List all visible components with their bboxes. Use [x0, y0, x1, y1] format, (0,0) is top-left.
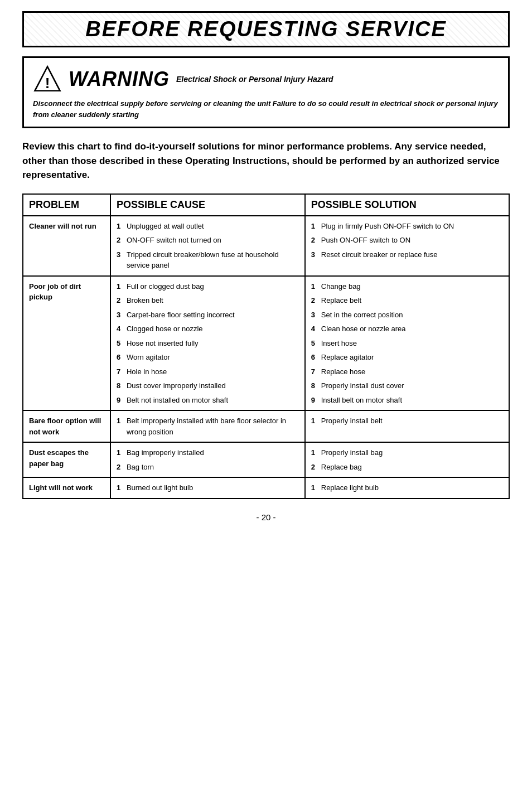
list-item: 4Clean hose or nozzle area — [311, 323, 503, 335]
list-text: Bag improperly installed — [127, 447, 299, 458]
list-text: Broken belt — [127, 295, 299, 306]
list-item: 8Dust cover improperly installed — [117, 380, 299, 391]
list-number: 2 — [117, 295, 127, 306]
list-number: 4 — [117, 323, 127, 335]
svg-text:!: ! — [45, 75, 50, 91]
list-text: Hose not inserted fully — [127, 338, 299, 349]
warning-body: Disconnect the electrical supply before … — [33, 98, 499, 120]
warning-box: ! WARNING Electrical Shock or Personal I… — [22, 56, 510, 128]
solution-cell: 1Plug in firmly Push ON-OFF switch to ON… — [305, 216, 509, 276]
list-number: 3 — [117, 249, 127, 260]
cause-cell: 1Bag improperly installed2Bag torn — [110, 442, 305, 477]
solution-cell: 1Properly install bag2Replace bag — [305, 442, 509, 477]
cause-cell: 1Unplugged at wall outlet2ON-OFF switch … — [110, 216, 305, 276]
list-text: Clean hose or nozzle area — [321, 323, 503, 335]
page-footer: - 20 - — [22, 512, 510, 522]
warning-icon: ! — [33, 65, 62, 94]
list-text: Unplugged at wall outlet — [127, 221, 299, 232]
list-text: Properly install dust cover — [321, 380, 503, 391]
list-text: Burned out light bulb — [127, 482, 299, 493]
list-item: 3Reset circuit breaker or replace fuse — [311, 249, 503, 260]
header-box: BEFORE REQUESTING SERVICE — [22, 11, 510, 47]
cause-cell: 1Burned out light bulb — [110, 477, 305, 499]
solution-cell: 1Replace light bulb — [305, 477, 509, 499]
list-number: 1 — [311, 447, 321, 458]
list-number: 9 — [117, 395, 127, 406]
list-item: 3Tripped circuit breaker/blown fuse at h… — [117, 249, 299, 271]
list-number: 8 — [117, 380, 127, 391]
list-item: 2Broken belt — [117, 295, 299, 306]
list-item: 2Replace belt — [311, 295, 503, 306]
list-item: 2Replace bag — [311, 462, 503, 473]
list-number: 1 — [311, 281, 321, 292]
list-number: 5 — [117, 338, 127, 349]
list-item: 1Burned out light bulb — [117, 482, 299, 493]
list-number: 2 — [311, 462, 321, 473]
list-text: Push ON-OFF switch to ON — [321, 235, 503, 246]
list-number: 1 — [117, 221, 127, 232]
list-text: Replace agitator — [321, 352, 503, 363]
problem-cell: Light will not work — [23, 477, 110, 499]
page-number: - 20 - — [256, 512, 275, 522]
list-item: 5Hose not inserted fully — [117, 338, 299, 349]
problem-cell: Bare floor option will not work — [23, 410, 110, 442]
list-text: Replace hose — [321, 366, 503, 378]
warning-subtitle: Electrical Shock or Personal Injury Haza… — [176, 75, 333, 84]
list-text: Set in the correct position — [321, 309, 503, 321]
list-number: 4 — [311, 323, 321, 335]
list-item: 7Replace hose — [311, 366, 503, 378]
list-item: 8Properly install dust cover — [311, 380, 503, 391]
list-text: Carpet-bare floor setting incorrect — [127, 309, 299, 321]
col-header-solution: POSSIBLE SOLUTION — [305, 194, 509, 216]
list-item: 2ON-OFF switch not turned on — [117, 235, 299, 246]
list-text: Hole in hose — [127, 366, 299, 378]
list-text: Change bag — [321, 281, 503, 292]
list-number: 2 — [117, 235, 127, 246]
col-header-problem: PROBLEM — [23, 194, 110, 216]
list-number: 1 — [311, 415, 321, 427]
list-text: Full or clogged dust bag — [127, 281, 299, 292]
list-number: 2 — [311, 235, 321, 246]
list-number: 1 — [311, 482, 321, 493]
list-text: Belt not installed on motor shaft — [127, 395, 299, 406]
list-number: 3 — [117, 309, 127, 321]
solution-cell: 1Change bag2Replace belt3Set in the corr… — [305, 276, 509, 411]
list-text: Install belt on motor shaft — [321, 395, 503, 406]
list-item: 3Carpet-bare floor setting incorrect — [117, 309, 299, 321]
col-header-cause: POSSIBLE CAUSE — [110, 194, 305, 216]
list-text: ON-OFF switch not turned on — [127, 235, 299, 246]
list-item: 1Plug in firmly Push ON-OFF switch to ON — [311, 221, 503, 232]
list-item: 9Install belt on motor shaft — [311, 395, 503, 406]
list-item: 9Belt not installed on motor shaft — [117, 395, 299, 406]
table-header-row: PROBLEM POSSIBLE CAUSE POSSIBLE SOLUTION — [23, 194, 509, 216]
list-number: 9 — [311, 395, 321, 406]
list-item: 1Full or clogged dust bag — [117, 281, 299, 292]
list-number: 1 — [117, 447, 127, 458]
list-number: 8 — [311, 380, 321, 391]
list-number: 1 — [117, 415, 127, 427]
list-text: Belt improperly installed with bare floo… — [127, 415, 299, 437]
table-row: Bare floor option will not work1Belt imp… — [23, 410, 509, 442]
list-item: 1Properly install bag — [311, 447, 503, 458]
warning-title: WARNING — [69, 67, 170, 91]
intro-text: Review this chart to find do-it-yourself… — [22, 139, 510, 182]
list-item: 2Push ON-OFF switch to ON — [311, 235, 503, 246]
list-text: Tripped circuit breaker/blown fuse at ho… — [127, 249, 299, 271]
list-item: 3Set in the correct position — [311, 309, 503, 321]
list-number: 7 — [311, 366, 321, 378]
list-text: Insert hose — [321, 338, 503, 349]
list-number: 2 — [117, 462, 127, 473]
list-number: 6 — [117, 352, 127, 363]
list-text: Worn agitator — [127, 352, 299, 363]
list-number: 1 — [117, 482, 127, 493]
table-row: Cleaner will not run1Unplugged at wall o… — [23, 216, 509, 276]
list-text: Bag torn — [127, 462, 299, 473]
cause-cell: 1Full or clogged dust bag2Broken belt3Ca… — [110, 276, 305, 411]
list-item: 4Clogged hose or nozzle — [117, 323, 299, 335]
list-item: 1Change bag — [311, 281, 503, 292]
list-item: 7Hole in hose — [117, 366, 299, 378]
problem-cell: Poor job of dirt pickup — [23, 276, 110, 411]
list-number: 1 — [117, 281, 127, 292]
list-number: 3 — [311, 249, 321, 260]
list-text: Replace belt — [321, 295, 503, 306]
